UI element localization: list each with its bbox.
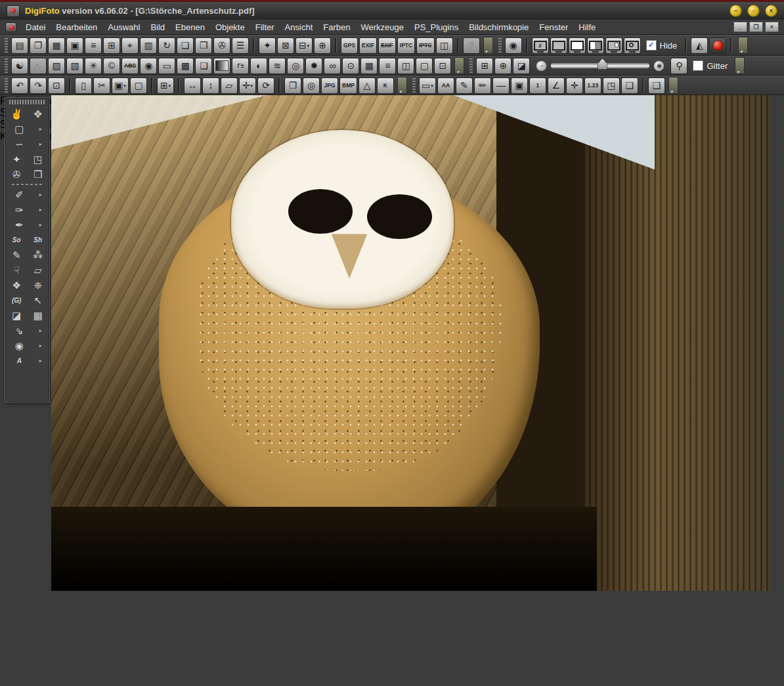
menu-item[interactable]: Fenster [534, 21, 573, 33]
scan-button[interactable]: ⌖ [121, 37, 139, 54]
menu-item[interactable]: Farben [318, 21, 355, 33]
report-button[interactable]: ≡ [379, 58, 396, 74]
exif-remove-button[interactable]: EXIF [378, 37, 396, 54]
magic-wand-tool[interactable]: ✦ [7, 152, 26, 167]
eye-button[interactable]: ⊙ [342, 58, 359, 74]
preview-monitor-button[interactable]: ◉ [140, 58, 157, 74]
window-maximize-button[interactable]: ▫ [747, 5, 760, 17]
window-minimize-button[interactable]: – [730, 5, 742, 17]
stamp-filter-button[interactable]: ▩ [177, 58, 194, 74]
palette-grip[interactable] [9, 100, 45, 104]
window-close-button[interactable]: × [765, 5, 777, 17]
blur-button[interactable]: ≋ [269, 58, 286, 74]
iptc-button[interactable]: IPTC [397, 37, 415, 54]
frame-select-button[interactable]: ⊡ [48, 77, 65, 94]
red-eye-tool[interactable]: ◉ [10, 338, 28, 353]
menu-item[interactable]: PS_Plugins [409, 21, 464, 33]
eyedropper-tool[interactable]: ⇘ [10, 323, 28, 338]
brush-options[interactable]: ▸ [37, 202, 45, 217]
text-options[interactable]: ▸ [37, 353, 45, 368]
move-tool[interactable]: ✥ [29, 106, 47, 121]
portrait-button[interactable]: ▣ [511, 77, 528, 94]
monitor-panel-button[interactable] [587, 37, 604, 54]
red-eye-options[interactable]: ▸ [37, 338, 45, 353]
layer-row-ebene1[interactable]: Ebene 1 1278,383 1198 x 1014 [51, 146, 770, 170]
airbrush-tool[interactable]: ⁂ [29, 247, 47, 263]
menu-item[interactable]: Ansicht [280, 21, 318, 33]
undo-button[interactable]: ↶ [11, 77, 28, 94]
stamp-tool[interactable]: ❖ [7, 278, 26, 293]
monitor-zoom-button[interactable] [624, 37, 641, 54]
line-button[interactable]: — [492, 77, 510, 94]
rotate-image-button[interactable]: ◳ [603, 77, 620, 94]
pen-tool[interactable]: ✎ [7, 247, 26, 263]
brush-tool[interactable]: ✑ [10, 202, 28, 217]
gain-tool[interactable]: (G) [7, 293, 26, 308]
clipboard-button[interactable]: ≡ [85, 37, 102, 54]
open-image-button[interactable]: ▣ [66, 37, 83, 54]
curves-button[interactable]: ∿ [30, 58, 47, 74]
lasso-options[interactable]: ▸ [37, 137, 45, 152]
shape-select-button[interactable]: ▭▾ [419, 77, 436, 94]
marquee-tool[interactable]: ▢ [10, 121, 28, 137]
pattern-stamp-tool[interactable]: ❈ [29, 278, 47, 293]
document-close-button[interactable]: × [765, 22, 779, 32]
background-eraser-tool[interactable]: ◪ [7, 308, 26, 323]
menu-item[interactable]: Bildschirmkopie [464, 21, 534, 33]
folder-button[interactable]: ❏ [177, 37, 194, 54]
web-upload-button[interactable]: ⊕ [314, 37, 331, 54]
text-remove-button[interactable]: ABC [121, 58, 139, 74]
contrast-button[interactable]: ◐ [250, 58, 267, 74]
print-button[interactable]: ⊟▾ [295, 37, 313, 54]
canvas[interactable]: Impressum Materialien zu Naturschutz und… [51, 95, 770, 591]
double-brush-tool[interactable]: ✒ [10, 217, 28, 232]
mosaic-button[interactable]: ▦ [360, 58, 378, 74]
soften-tool[interactable]: So [7, 232, 26, 247]
position-button[interactable]: ✛ [566, 77, 583, 94]
rounded-dot-button[interactable]: ⊡ [434, 58, 451, 74]
text-tool[interactable]: A [10, 353, 28, 368]
menu-item[interactable]: Werkzeuge [355, 21, 409, 33]
clipboard-calc-button[interactable]: ⊞▾ [157, 77, 174, 94]
lasso-tool[interactable]: ∽ [10, 137, 28, 152]
print-pages-button[interactable]: ☰ [232, 37, 249, 54]
redo-button[interactable]: ↷ [30, 77, 47, 94]
zoom-slider[interactable]: −◉ [536, 60, 664, 72]
export-folder-button[interactable]: ❒ [195, 37, 212, 54]
k-button[interactable]: K [377, 77, 394, 94]
monitor-page-button[interactable] [605, 37, 622, 54]
sharpen-eye-button[interactable]: ◎ [287, 58, 304, 74]
menu-item[interactable]: Hilfe [573, 21, 601, 33]
smudge-tool[interactable]: ☟ [7, 263, 26, 278]
iptc-remove-button[interactable]: IPTC [416, 37, 434, 54]
split-view-button[interactable]: ◫ [397, 58, 414, 74]
menu-item[interactable]: Bearbeiten [51, 21, 102, 33]
menu-item[interactable]: Filter [250, 21, 280, 33]
picture-button[interactable]: ❏ [195, 58, 212, 74]
open-file-button[interactable]: ❐ [30, 37, 47, 54]
path-brush-options[interactable]: ▸ [37, 187, 45, 202]
contact-sheet-button[interactable]: ⊞ [103, 37, 120, 54]
screenshot-camera-button[interactable]: ◉ [505, 37, 522, 54]
monitor-blank-button[interactable] [550, 37, 567, 54]
menu-item[interactable]: Auswahl [102, 21, 145, 33]
help-button[interactable]: ? [463, 37, 480, 54]
bmp-button[interactable]: BMP [339, 77, 357, 94]
hand-tool[interactable]: ✌ [7, 106, 26, 121]
jpg-button[interactable]: JPG [321, 77, 338, 94]
folder2-button[interactable]: ❏ [621, 77, 638, 94]
monitor-2-button[interactable] [532, 37, 549, 54]
gradient-filter-button[interactable]: ▨ [48, 58, 65, 74]
rounded-rect-button[interactable]: ▢ [416, 58, 433, 74]
key-button[interactable]: ✦ [259, 37, 276, 54]
save-tool[interactable]: ✇ [7, 167, 26, 182]
numbers-button[interactable]: 1.23 [584, 77, 601, 94]
monitor-white-button[interactable] [569, 37, 586, 54]
select-arrow-tool[interactable]: ↖ [29, 293, 47, 308]
pinwheel-filter-button[interactable]: ✳ [85, 58, 102, 74]
gradient-button[interactable] [213, 58, 230, 74]
ruler-button[interactable]: 1 [529, 77, 546, 94]
document-minimize-button[interactable]: _ [733, 22, 747, 32]
menu-item[interactable]: Objekte [210, 21, 250, 33]
gamma-button[interactable]: Γ± [232, 58, 249, 74]
